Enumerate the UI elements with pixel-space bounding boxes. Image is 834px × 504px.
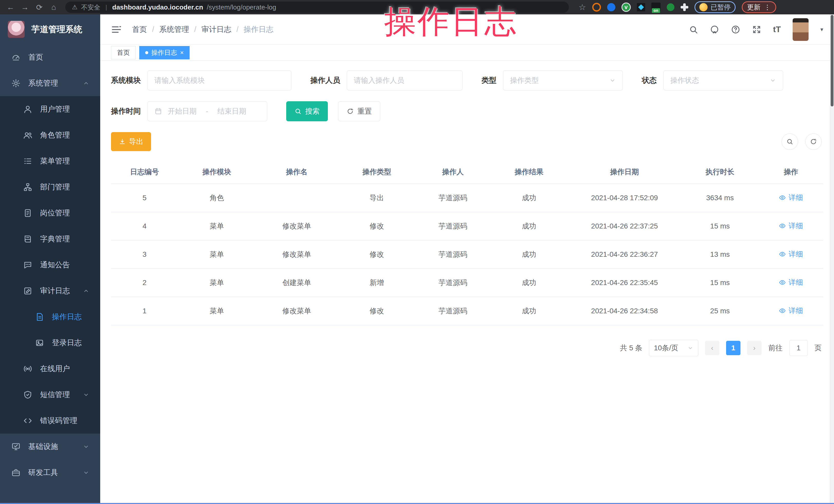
- warning-icon: ⚠: [72, 4, 78, 11]
- tag-home[interactable]: 首页: [111, 46, 136, 59]
- window-bottom-edge: [0, 503, 834, 504]
- user-icon: [23, 105, 32, 114]
- goto-page-input[interactable]: 1: [789, 340, 808, 356]
- annotation-operate-log: 操作日志: [384, 1, 518, 43]
- detail-link[interactable]: 详细: [779, 193, 803, 202]
- col-duration: 执行时长: [681, 160, 759, 184]
- document-icon: [35, 312, 44, 322]
- list-icon: [23, 156, 32, 166]
- sidebar-item-online-users[interactable]: 在线用户: [0, 356, 100, 382]
- browser-reload-icon[interactable]: ⟳: [34, 2, 45, 13]
- date-range-picker[interactable]: 开始日期 - 结束日期: [148, 101, 267, 121]
- switch-extension-icon[interactable]: on: [651, 3, 661, 12]
- chevron-down-icon[interactable]: ▾: [820, 26, 823, 33]
- breadcrumb-home[interactable]: 首页: [132, 24, 147, 35]
- close-icon[interactable]: ×: [180, 50, 184, 56]
- sidebar-item-sms-mgmt[interactable]: 短信管理: [0, 382, 100, 408]
- chevron-down-icon: [769, 77, 776, 84]
- status-select[interactable]: 操作状态: [663, 70, 783, 90]
- browser-back-icon[interactable]: ←: [5, 2, 17, 13]
- image-icon: [35, 338, 44, 348]
- users-icon: [23, 131, 32, 140]
- v-extension-icon[interactable]: v: [621, 3, 631, 12]
- sidebar-item-dept-mgmt[interactable]: 部门管理: [0, 174, 100, 200]
- app-logo-row[interactable]: 芋道管理系统: [0, 15, 100, 44]
- font-size-icon[interactable]: tT: [773, 25, 781, 34]
- prev-page-button[interactable]: ‹: [705, 341, 719, 355]
- app-logo-image: [8, 21, 25, 38]
- chevron-down-icon: [609, 77, 616, 84]
- browser-forward-icon[interactable]: →: [19, 2, 31, 13]
- eye-icon: [779, 222, 786, 229]
- sidebar-item-operate-log[interactable]: 操作日志: [0, 304, 100, 330]
- main-panel: 首页 / 系统管理 / 审计日志 / 操作日志 tT ▾ 首页: [100, 15, 834, 503]
- filter-row-2: 操作时间 开始日期 - 结束日期 搜索 重置: [111, 101, 823, 121]
- tag-operate-log[interactable]: 操作日志 ×: [139, 46, 190, 59]
- table-body: 5 角色 导出 芋道源码 成功 2021-04-28 17:52:09 3634…: [111, 184, 823, 325]
- type-select[interactable]: 操作类型: [503, 70, 623, 90]
- help-icon[interactable]: [731, 25, 740, 34]
- sidebar-item-dict-mgmt[interactable]: 字典管理: [0, 226, 100, 252]
- sidebar-item-post-mgmt[interactable]: 岗位管理: [0, 200, 100, 226]
- user-avatar[interactable]: [793, 18, 809, 41]
- refresh-icon[interactable]: [805, 133, 822, 150]
- kebab-menu-icon[interactable]: ⋮: [764, 3, 771, 11]
- chevron-down-icon: [83, 469, 89, 476]
- reset-button[interactable]: 重置: [338, 101, 380, 121]
- orange-extension-icon[interactable]: [592, 3, 601, 12]
- url-host: dashboard.yudao.iocoder.cn: [112, 3, 203, 11]
- green-extension-icon[interactable]: [667, 3, 675, 11]
- goto-label: 前往: [768, 343, 783, 353]
- detail-link[interactable]: 详细: [779, 278, 803, 287]
- breadcrumb-system[interactable]: 系统管理: [159, 24, 189, 35]
- page-scrollbar[interactable]: [830, 15, 834, 504]
- sidebar-item-user-mgmt[interactable]: 用户管理: [0, 96, 100, 122]
- active-dot-icon: [145, 51, 148, 54]
- eye-icon: [779, 279, 786, 286]
- sidebar-item-dev-tools[interactable]: 研发工具: [0, 460, 100, 485]
- page-size-select[interactable]: 10条/页: [649, 340, 698, 356]
- current-page-button[interactable]: 1: [726, 341, 741, 355]
- search-icon[interactable]: [689, 25, 698, 34]
- detail-link[interactable]: 详细: [779, 221, 803, 231]
- diamond-extension-icon[interactable]: [637, 3, 645, 11]
- security-label: 不安全: [81, 3, 101, 12]
- operator-input[interactable]: 请输入操作人员: [347, 70, 462, 90]
- sidebar-item-system-mgmt[interactable]: 系统管理: [0, 70, 100, 96]
- bookmark-star-icon[interactable]: ☆: [578, 2, 586, 12]
- show-search-icon[interactable]: [782, 133, 798, 150]
- sidebar-item-home[interactable]: 首页: [0, 44, 100, 70]
- sidebar-item-audit-log[interactable]: 审计日志: [0, 278, 100, 304]
- navbar-actions: tT ▾: [689, 18, 823, 41]
- id-badge-icon: [23, 209, 32, 218]
- org-tree-icon: [23, 182, 32, 192]
- github-icon[interactable]: [710, 25, 719, 34]
- scrollbar-thumb[interactable]: [831, 15, 833, 106]
- paused-badge[interactable]: 已暂停: [695, 1, 736, 13]
- fullscreen-icon[interactable]: [752, 25, 761, 34]
- next-page-button[interactable]: ›: [747, 341, 762, 355]
- module-input[interactable]: 请输入系统模块: [148, 70, 291, 90]
- breadcrumb-audit-log[interactable]: 审计日志: [201, 24, 231, 35]
- puzzle-icon[interactable]: [681, 3, 688, 11]
- update-button[interactable]: 更新 ⋮: [742, 1, 776, 13]
- sidebar-item-menu-mgmt[interactable]: 菜单管理: [0, 148, 100, 174]
- detail-link[interactable]: 详细: [779, 306, 803, 315]
- filter-time: 操作时间 开始日期 - 结束日期: [111, 101, 267, 121]
- table-row: 4 菜单 修改菜单 修改 芋道源码 成功 2021-04-26 22:37:25…: [111, 212, 823, 240]
- col-name: 操作名: [256, 160, 338, 184]
- col-result: 操作结果: [490, 160, 568, 184]
- collapse-sidebar-icon[interactable]: [111, 24, 122, 35]
- sidebar-item-role-mgmt[interactable]: 角色管理: [0, 122, 100, 148]
- export-button[interactable]: 导出: [111, 132, 151, 151]
- browser-home-icon[interactable]: ⌂: [48, 2, 60, 13]
- search-button[interactable]: 搜索: [286, 101, 328, 121]
- sidebar-item-notice[interactable]: 通知公告: [0, 252, 100, 278]
- app-title: 芋道管理系统: [31, 24, 82, 35]
- table-row: 2 菜单 创建菜单 新增 芋道源码 成功 2021-04-26 22:35:45…: [111, 268, 823, 297]
- sidebar-item-infrastructure[interactable]: 基础设施: [0, 434, 100, 460]
- pin-extension-icon[interactable]: [607, 3, 615, 11]
- sidebar-item-login-log[interactable]: 登录日志: [0, 330, 100, 356]
- detail-link[interactable]: 详细: [779, 249, 803, 259]
- sidebar-item-error-code-mgmt[interactable]: 错误码管理: [0, 408, 100, 434]
